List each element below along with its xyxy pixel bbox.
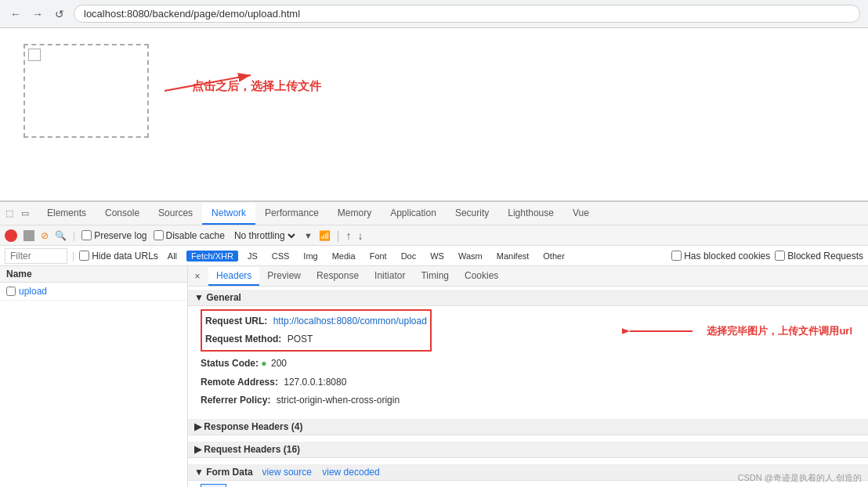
request-method-row: Request Method: POST [205,330,427,348]
devtools-icons: ⬚ ▭ [3,207,31,220]
separator: | [337,229,340,242]
preserve-log-label[interactable]: Preserve log [81,230,146,241]
request-headers-header[interactable]: ▶ Request Headers (16) [188,442,868,458]
filter-fetch-xhr[interactable]: Fetch/XHR [186,251,238,262]
broken-image [28,49,41,61]
url-annotation: 选择完毕图片，上传文件调用url [622,319,852,343]
panel-split: Name upload × Headers Preview Response I… [0,266,868,487]
filter-font[interactable]: Font [365,251,392,262]
download-icon[interactable]: ↓ [357,229,363,242]
detail-tab-headers[interactable]: Headers [208,267,259,286]
filter-img[interactable]: Img [298,251,322,262]
close-tab-button[interactable]: × [191,270,204,283]
browser-chrome: ← → ↺ localhost:8080/backend/page/demo/u… [0,0,868,28]
filter-media[interactable]: Media [327,251,360,262]
detail-tab-cookies[interactable]: Cookies [457,267,506,286]
tab-sources[interactable]: Sources [149,203,202,225]
tab-network[interactable]: Network [202,203,255,225]
tab-vue[interactable]: Vue [563,203,599,225]
detail-tab-initiator[interactable]: Initiator [367,267,413,286]
filter-js[interactable]: JS [243,251,262,262]
response-headers-section: ▶ Response Headers (4) [188,416,868,438]
filter-input[interactable] [5,248,67,264]
detail-tabs: × Headers Preview Response Initiator Tim… [188,266,868,287]
inspect-icon[interactable]: ⬚ [3,207,16,220]
address-bar[interactable]: localhost:8080/backend/page/demo/upload.… [74,5,860,23]
view-source-link[interactable]: view source [262,467,312,478]
device-icon[interactable]: ▭ [19,207,31,220]
devtools-tabbar: ⬚ ▭ Elements Console Sources Network Per… [0,202,868,225]
page-content: 点击之后，选择上传文件 [0,28,868,200]
throttle-select[interactable]: No throttling [231,229,298,242]
detail-tab-preview[interactable]: Preview [259,267,309,286]
record-button[interactable] [5,229,17,242]
general-section-header[interactable]: ▼ General [188,290,868,306]
hide-data-urls-label[interactable]: Hide data URLs [79,251,158,262]
disable-cache-checkbox[interactable] [154,230,164,240]
filter-doc[interactable]: Doc [396,251,421,262]
refresh-button[interactable]: ↺ [52,6,67,22]
response-headers-header[interactable]: ▶ Response Headers (4) [188,419,868,435]
clear-button[interactable] [24,230,34,241]
view-decoded-link[interactable]: view decoded [322,467,379,478]
page-annotation-text: 点击之后，选择上传文件 [192,79,321,94]
form-data-file-row: file: (binary) [201,484,855,487]
request-headers-section: ▶ Request Headers (16) [188,438,868,461]
upload-icon[interactable]: ↑ [345,229,351,242]
referrer-policy-row: Referrer Policy: strict-origin-when-cros… [201,391,855,409]
tab-lighthouse[interactable]: Lighthouse [498,203,563,225]
filter-other[interactable]: Other [538,251,570,262]
status-code-row: Status Code: ● 200 [201,355,855,373]
tab-performance[interactable]: Performance [255,203,328,225]
tab-application[interactable]: Application [381,203,446,225]
tab-elements[interactable]: Elements [38,203,96,225]
has-blocked-cookies-label[interactable]: Has blocked cookies [671,251,770,262]
devtools-toolbar: ⊘ 🔍 | Preserve log Disable cache No thro… [0,225,868,246]
request-item-upload[interactable]: upload [0,283,187,301]
filter-manifest[interactable]: Manifest [492,251,534,262]
preserve-log-checkbox[interactable] [81,230,92,240]
throttle-arrow[interactable]: ▼ [304,231,313,240]
filter-row: | Hide data URLs All Fetch/XHR JS CSS Im… [0,246,868,266]
blocked-requests-label[interactable]: Blocked Requests [775,251,863,262]
nav-bar: ← → ↺ localhost:8080/backend/page/demo/u… [0,0,868,27]
request-list-header: Name [0,266,187,283]
tab-console[interactable]: Console [96,203,149,225]
tab-memory[interactable]: Memory [328,203,381,225]
filter-wasm[interactable]: Wasm [454,251,487,262]
url-annotation-text: 选择完毕图片，上传文件调用url [707,324,852,338]
blocked-requests-checkbox[interactable] [775,251,785,261]
back-button[interactable]: ← [8,6,24,22]
remote-address-row: Remote Address: 127.0.0.1:8080 [201,373,855,391]
disable-cache-label[interactable]: Disable cache [154,230,225,241]
filter-all[interactable]: All [163,251,182,262]
watermark: CSDN @奇迹是执着的人.创造的 [738,472,862,484]
detail-tab-response[interactable]: Response [309,267,367,286]
devtools: ⬚ ▭ Elements Console Sources Network Per… [0,200,868,487]
general-section: ▼ General Request URL: http://localhost:… [188,287,868,416]
detail-panel: × Headers Preview Response Initiator Tim… [188,266,868,487]
filter-ws[interactable]: WS [425,251,449,262]
filter-icon[interactable]: ⊘ [41,230,49,241]
forward-button[interactable]: → [30,6,45,22]
request-list: Name upload [0,266,188,487]
upload-box[interactable] [24,44,149,138]
detail-tab-timing[interactable]: Timing [413,267,457,286]
filter-css[interactable]: CSS [267,251,295,262]
request-url-row: Request URL: http://localhost:8080/commo… [205,312,427,330]
has-blocked-cookies-checkbox[interactable] [671,251,682,261]
wifi-icon: 📶 [319,230,331,241]
tab-security[interactable]: Security [446,203,498,225]
file-key: file: [201,484,226,487]
request-item-checkbox[interactable] [6,287,16,296]
search-icon[interactable]: 🔍 [55,230,67,241]
hide-data-urls-checkbox[interactable] [79,251,89,261]
url-arrow-svg [622,319,700,343]
